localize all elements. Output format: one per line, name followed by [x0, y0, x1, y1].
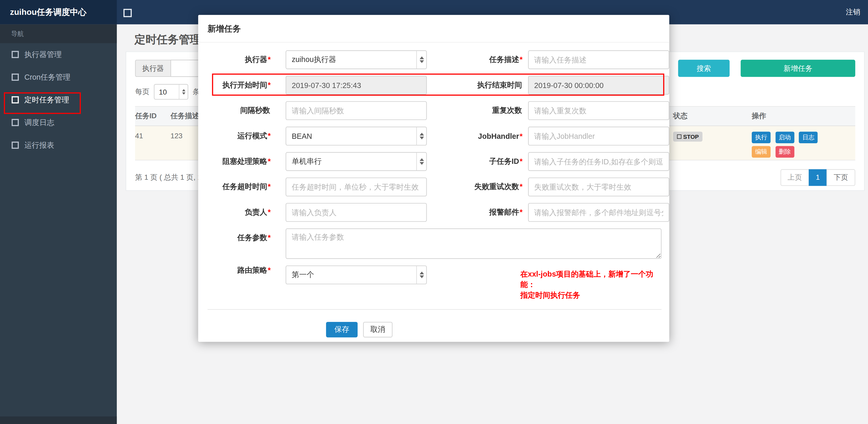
timeout-label: 任务超时时间*	[198, 182, 286, 192]
sidebar-item-cron-task-manage[interactable]: Cron任务管理	[0, 66, 117, 89]
end-time-input[interactable]	[528, 76, 670, 95]
log-button[interactable]: 日志	[799, 132, 818, 143]
sidebar-footer	[0, 417, 117, 424]
sidebar-item-label: 定时任务管理	[24, 95, 69, 105]
run-button[interactable]: 执行	[752, 132, 771, 143]
start-button[interactable]: 启动	[775, 132, 794, 143]
start-time-input[interactable]	[286, 76, 427, 95]
sidebar-item-label: 执行器管理	[24, 50, 62, 59]
form-row: 运行模式* BEAN JobHandler*	[198, 127, 669, 145]
select-stepper-icon	[416, 51, 426, 68]
child-job-input[interactable]	[528, 152, 670, 171]
menu-collapse-icon[interactable]	[124, 9, 132, 17]
page-title: 定时任务管理	[134, 32, 201, 47]
child-job-label: 子任务ID*	[427, 157, 528, 166]
end-time-label: 执行结束时间	[427, 80, 528, 90]
delete-button[interactable]: 删除	[775, 146, 794, 158]
edit-button[interactable]: 编辑	[752, 146, 771, 158]
form-row: 间隔秒数 重复次数	[198, 101, 669, 120]
executor-select[interactable]: zuihou执行器	[286, 50, 427, 69]
route-strategy-select[interactable]: 第一个	[286, 265, 427, 284]
form-row: 执行器* zuihou执行器 任务描述*	[198, 50, 669, 69]
sidebar-item-executor-manage[interactable]: 执行器管理	[0, 43, 117, 66]
form-row: 负责人* 报警邮件*	[198, 203, 669, 222]
alarm-email-input[interactable]	[528, 203, 670, 222]
owner-input[interactable]	[286, 203, 427, 222]
modal-divider	[208, 309, 661, 310]
sidebar-item-run-report[interactable]: 运行报表	[0, 134, 117, 157]
run-mode-label: 运行模式*	[198, 131, 286, 141]
sidebar: 导航 执行器管理 Cron任务管理 定时任务管理 调度日志 运行报表	[0, 24, 117, 424]
executor-filter-addon: 执行器	[135, 60, 170, 77]
square-icon	[12, 119, 19, 126]
header-actions: 操作	[752, 111, 855, 121]
select-stepper-icon	[179, 85, 188, 99]
page-1-button[interactable]: 1	[809, 169, 827, 186]
form-row: 路由策略* 第一个 在xxl-jobs项目的基础上，新增了一个功能： 指定时间执…	[198, 265, 669, 300]
stop-square-icon	[677, 134, 681, 139]
cell-task-id: 41	[135, 126, 170, 160]
interval-input[interactable]	[286, 101, 427, 120]
executor-label: 执行器*	[198, 55, 286, 65]
square-icon	[12, 51, 19, 58]
square-icon	[12, 96, 19, 104]
retry-label: 失败重试次数*	[427, 182, 528, 192]
job-param-label: 任务参数*	[198, 228, 286, 243]
alarm-email-label: 报警邮件*	[427, 207, 528, 217]
header-task-id: 任务ID	[135, 111, 170, 121]
job-handler-input[interactable]	[528, 127, 670, 145]
logout-link[interactable]: 注销	[846, 0, 860, 24]
interval-label: 间隔秒数	[198, 106, 286, 116]
run-mode-select[interactable]: BEAN	[286, 127, 427, 145]
form-row: 任务参数*	[198, 228, 669, 259]
square-icon	[12, 73, 19, 81]
retry-input[interactable]	[528, 177, 670, 196]
owner-label: 负责人*	[198, 207, 286, 217]
status-badge: STOP	[673, 132, 703, 141]
select-stepper-icon	[416, 153, 426, 170]
pagination: 上页 1 下页	[781, 169, 855, 186]
modal-form: 执行器* zuihou执行器 任务描述* 执行开始时间* 执行结束时间 间隔秒数	[198, 43, 669, 337]
repeat-input[interactable]	[528, 101, 670, 120]
select-stepper-icon	[416, 266, 426, 284]
feature-note: 在xxl-jobs项目的基础上，新增了一个功能： 指定时间执行任务	[520, 269, 663, 300]
sidebar-item-label: Cron任务管理	[24, 72, 70, 82]
sidebar-item-label: 调度日志	[24, 118, 54, 127]
sidebar-item-timed-task-manage[interactable]: 定时任务管理	[0, 89, 117, 111]
job-desc-label: 任务描述*	[427, 55, 528, 65]
cancel-button[interactable]: 取消	[363, 322, 393, 337]
job-param-textarea[interactable]	[286, 228, 661, 259]
select-stepper-icon	[416, 127, 426, 145]
job-desc-input[interactable]	[528, 50, 670, 69]
sidebar-item-schedule-log[interactable]: 调度日志	[0, 111, 117, 134]
start-time-label: 执行开始时间*	[198, 80, 286, 90]
app-logo: zuihou任务调度中心	[0, 0, 117, 24]
search-button[interactable]: 搜索	[678, 60, 730, 77]
next-page-button[interactable]: 下页	[827, 169, 855, 186]
modal-footer: 保存 取消	[198, 322, 669, 337]
timeout-input[interactable]	[286, 177, 427, 196]
header-status: 状态	[673, 111, 752, 121]
block-strategy-label: 阻塞处理策略*	[198, 157, 286, 166]
square-icon	[12, 142, 19, 149]
block-strategy-select[interactable]: 单机串行	[286, 152, 427, 171]
sidebar-item-label: 运行报表	[24, 140, 54, 150]
form-row: 阻塞处理策略* 单机串行 子任务ID*	[198, 152, 669, 171]
app-root: zuihou任务调度中心 注销 导航 执行器管理 Cron任务管理 定时任务管理…	[0, 0, 868, 424]
per-page-label: 每页	[135, 87, 149, 97]
cell-status: STOP	[673, 126, 752, 160]
per-page-select[interactable]: 10	[154, 84, 188, 99]
route-strategy-label: 路由策略*	[198, 265, 286, 275]
form-row: 执行开始时间* 执行结束时间	[198, 76, 669, 95]
repeat-label: 重复次数	[427, 106, 528, 116]
job-handler-label: JobHandler*	[427, 132, 528, 140]
add-task-modal: 新增任务 执行器* zuihou执行器 任务描述* 执行开始时间* 执行结束时间	[198, 15, 669, 342]
modal-title: 新增任务	[198, 15, 669, 42]
prev-page-button[interactable]: 上页	[780, 169, 809, 186]
pagination-info: 第 1 页 ( 总共 1 页, 1	[135, 173, 202, 183]
form-row: 任务超时时间* 失败重试次数*	[198, 177, 669, 196]
sidebar-nav-label: 导航	[0, 24, 117, 43]
save-button[interactable]: 保存	[326, 322, 358, 337]
cell-actions: 执行 启动 日志 编辑 删除	[752, 126, 855, 160]
add-task-button[interactable]: 新增任务	[741, 60, 856, 77]
